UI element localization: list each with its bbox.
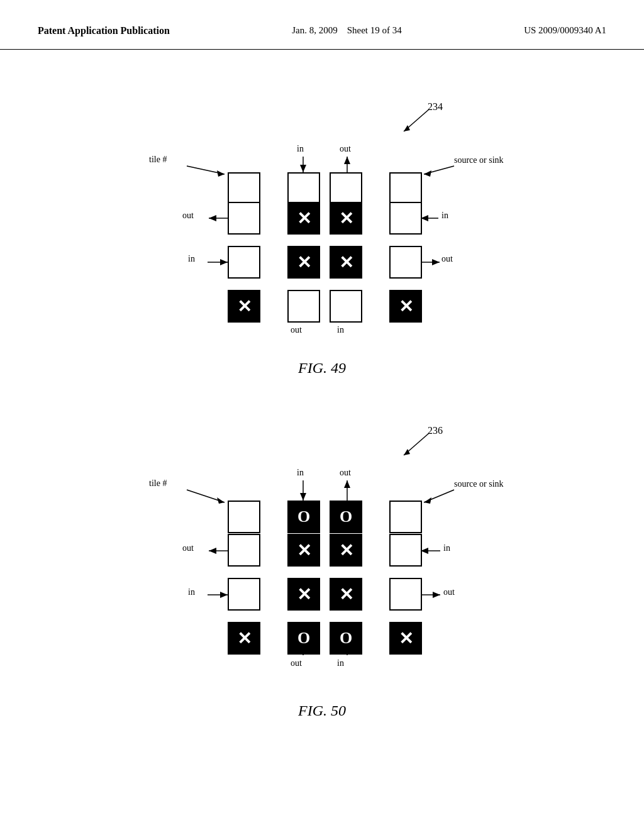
fig49-tile-label: tile # <box>149 155 167 165</box>
svg-marker-29 <box>300 493 306 501</box>
fig49-r2c3: ✕ <box>330 202 362 235</box>
fig49-in-left-2: in <box>188 254 195 264</box>
fig50-r4c4: ✕ <box>389 622 422 655</box>
fig50-r3c2: ✕ <box>287 578 320 611</box>
svg-marker-39 <box>433 592 440 598</box>
fig50-r2c3: ✕ <box>330 534 362 567</box>
fig49-r4c3 <box>330 290 362 323</box>
fig49-out-top: out <box>340 144 351 154</box>
svg-marker-5 <box>424 170 431 177</box>
fig49-out-left-1: out <box>182 211 194 221</box>
fig50-arrows <box>39 399 605 719</box>
fig50-out-top: out <box>340 468 351 478</box>
fig50-caption: FIG. 50 <box>298 702 346 719</box>
figure-49-container: 234 tile # source or sink in out out in … <box>39 75 605 377</box>
svg-marker-17 <box>432 259 440 265</box>
fig49-out-bot: out <box>291 325 302 335</box>
page-header: Patent Application Publication Jan. 8, 2… <box>0 0 644 50</box>
fig50-in-left-2: in <box>188 587 195 597</box>
fig50-r3c4 <box>389 578 422 611</box>
fig49-r1c1 <box>228 172 260 205</box>
fig50-ref: 236 <box>428 425 443 436</box>
fig49-r4c4: ✕ <box>389 290 422 323</box>
fig49-in-right-1: in <box>441 211 448 221</box>
svg-line-26 <box>424 490 454 502</box>
fig50-source-sink: source or sink <box>454 479 504 490</box>
fig49-r3c1 <box>228 246 260 279</box>
fig50-r1c2: O <box>287 501 320 533</box>
fig49-source-sink: source or sink <box>454 155 504 166</box>
figure-50-container: 236 tile # source or sink in out O O out… <box>39 399 605 719</box>
svg-marker-1 <box>404 125 410 131</box>
fig49-out-right-2: out <box>441 254 453 264</box>
fig49-r1c3 <box>330 172 362 205</box>
fig50-r4c1: ✕ <box>228 622 260 655</box>
fig49-r1c2 <box>287 172 320 205</box>
svg-line-22 <box>404 433 429 455</box>
fig50-out-right-2: out <box>443 587 455 597</box>
header-publication-title: Patent Application Publication <box>38 25 170 36</box>
svg-line-4 <box>424 166 454 174</box>
fig50-r2c2: ✕ <box>287 534 320 567</box>
fig49-r3c4 <box>389 246 422 279</box>
fig49-r3c3: ✕ <box>330 246 362 279</box>
svg-marker-37 <box>220 592 228 598</box>
fig50-r4c2: O <box>287 622 320 655</box>
fig50-r3c3: ✕ <box>330 578 362 611</box>
fig50-in-right-1: in <box>443 543 450 553</box>
svg-marker-11 <box>209 215 216 221</box>
fig49-r3c2: ✕ <box>287 246 320 279</box>
header-date: Jan. 8, 2009 <box>292 25 338 35</box>
svg-marker-33 <box>209 548 216 554</box>
fig50-r1c1 <box>228 501 260 533</box>
svg-marker-25 <box>217 497 225 504</box>
svg-marker-27 <box>424 497 431 504</box>
fig50-r1c3: O <box>330 501 362 533</box>
fig49-ref: 234 <box>428 101 443 113</box>
svg-line-0 <box>404 109 429 131</box>
svg-marker-3 <box>217 170 225 177</box>
main-content: 234 tile # source or sink in out out in … <box>0 50 644 751</box>
fig49-in-bot: in <box>337 325 344 335</box>
fig50-r2c4 <box>389 534 422 567</box>
fig49-in-top: in <box>297 144 304 154</box>
header-patent-number: US 2009/0009340 A1 <box>524 25 606 36</box>
fig49-r4c1: ✕ <box>228 290 260 323</box>
fig50-r2c1 <box>228 534 260 567</box>
svg-marker-9 <box>344 157 350 164</box>
fig49-r2c4 <box>389 202 422 235</box>
svg-marker-31 <box>344 480 350 488</box>
fig50-in-bot: in <box>337 658 344 668</box>
header-sheet: Sheet 19 of 34 <box>347 25 402 35</box>
fig49-r2c1 <box>228 202 260 235</box>
fig50-r3c1 <box>228 578 260 611</box>
svg-marker-23 <box>404 449 410 455</box>
fig50-r4c3: O <box>330 622 362 655</box>
svg-marker-15 <box>220 259 228 265</box>
fig50-out-left-1: out <box>182 543 194 553</box>
fig49-arrows <box>39 75 605 377</box>
fig50-tile-label: tile # <box>149 479 167 489</box>
fig50-in-top: in <box>297 468 304 478</box>
fig49-caption: FIG. 49 <box>298 360 346 377</box>
header-date-sheet: Jan. 8, 2009 Sheet 19 of 34 <box>292 25 402 36</box>
fig49-r1c4 <box>389 172 422 205</box>
fig49-r4c2 <box>287 290 320 323</box>
svg-line-24 <box>187 490 225 502</box>
svg-line-2 <box>187 166 225 174</box>
svg-marker-7 <box>300 165 306 172</box>
fig50-out-bot: out <box>291 658 302 668</box>
fig49-r2c2: ✕ <box>287 202 320 235</box>
fig50-r1c4 <box>389 501 422 533</box>
